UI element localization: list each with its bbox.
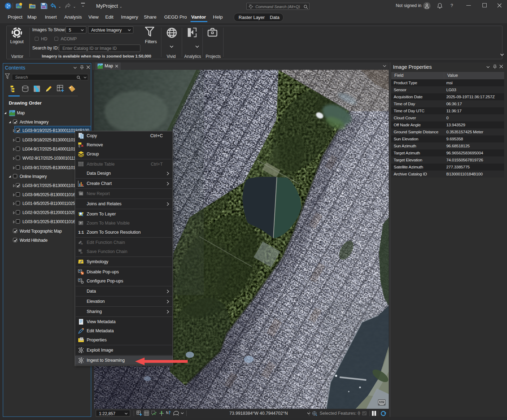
svg-text:fx: fx [80, 251, 83, 254]
svg-text:N: N [166, 411, 168, 415]
svg-text:1:1: 1:1 [78, 230, 84, 234]
svg-text:fx: fx [81, 242, 83, 245]
